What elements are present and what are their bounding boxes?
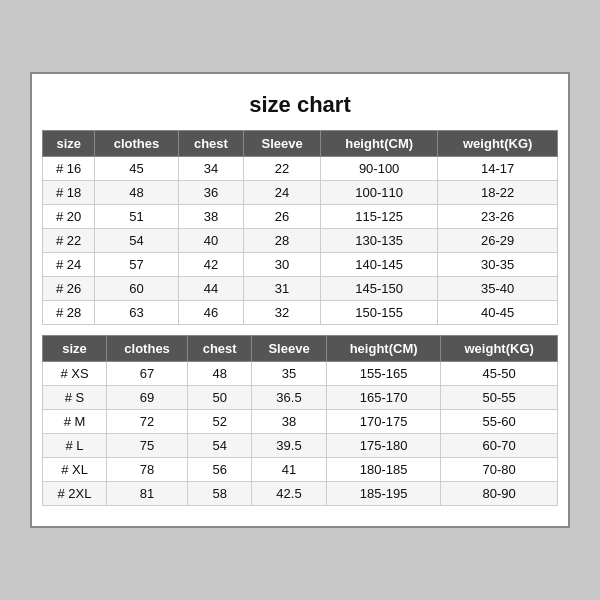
table-cell: 150-155 [320, 301, 437, 325]
table-cell: 165-170 [326, 386, 440, 410]
table1-col-height: height(CM) [320, 131, 437, 157]
table-cell: 56 [188, 458, 252, 482]
table-cell: # 22 [43, 229, 95, 253]
table-cell: # 2XL [43, 482, 107, 506]
table-cell: 80-90 [441, 482, 558, 506]
table1-header-row: size clothes chest Sleeve height(CM) wei… [43, 131, 558, 157]
chart-title: size chart [42, 84, 558, 130]
table-cell: 57 [95, 253, 178, 277]
table-cell: 54 [95, 229, 178, 253]
table-row: # L755439.5175-18060-70 [43, 434, 558, 458]
table-cell: # M [43, 410, 107, 434]
table-cell: 48 [95, 181, 178, 205]
table2-body: # XS674835155-16545-50# S695036.5165-170… [43, 362, 558, 506]
table2-col-size: size [43, 336, 107, 362]
table-cell: 175-180 [326, 434, 440, 458]
table-row: # 20513826115-12523-26 [43, 205, 558, 229]
table-cell: 22 [244, 157, 321, 181]
table-row: # 28634632150-15540-45 [43, 301, 558, 325]
table-cell: 58 [188, 482, 252, 506]
table-row: # XL785641180-18570-80 [43, 458, 558, 482]
table-cell: # 28 [43, 301, 95, 325]
table2-col-height: height(CM) [326, 336, 440, 362]
table2-header-row: size clothes chest Sleeve height(CM) wei… [43, 336, 558, 362]
table-row: # 2XL815842.5185-19580-90 [43, 482, 558, 506]
table-cell: 170-175 [326, 410, 440, 434]
table1-col-clothes: clothes [95, 131, 178, 157]
chart-container: size chart size clothes chest Sleeve hei… [30, 72, 570, 528]
table-cell: # XL [43, 458, 107, 482]
table-cell: 81 [107, 482, 188, 506]
table-cell: 46 [178, 301, 244, 325]
table-cell: 70-80 [441, 458, 558, 482]
table-cell: 26-29 [438, 229, 558, 253]
table-cell: 40 [178, 229, 244, 253]
table-cell: 48 [188, 362, 252, 386]
table-cell: 35-40 [438, 277, 558, 301]
table1-col-weight: weight(KG) [438, 131, 558, 157]
table-row: # XS674835155-16545-50 [43, 362, 558, 386]
table-cell: 38 [178, 205, 244, 229]
table-cell: # 24 [43, 253, 95, 277]
table-cell: # 20 [43, 205, 95, 229]
table-row: # 24574230140-14530-35 [43, 253, 558, 277]
table-cell: 39.5 [252, 434, 327, 458]
table-cell: 145-150 [320, 277, 437, 301]
table-row: # 22544028130-13526-29 [43, 229, 558, 253]
table-cell: 41 [252, 458, 327, 482]
table-cell: 90-100 [320, 157, 437, 181]
table-row: # S695036.5165-17050-55 [43, 386, 558, 410]
table-cell: 36.5 [252, 386, 327, 410]
table-cell: 24 [244, 181, 321, 205]
table-cell: 42 [178, 253, 244, 277]
table-cell: 63 [95, 301, 178, 325]
table-cell: 78 [107, 458, 188, 482]
table-cell: 55-60 [441, 410, 558, 434]
table-cell: 23-26 [438, 205, 558, 229]
table-cell: 72 [107, 410, 188, 434]
table-cell: # XS [43, 362, 107, 386]
table-cell: 50 [188, 386, 252, 410]
table-cell: 35 [252, 362, 327, 386]
table-cell: 32 [244, 301, 321, 325]
table-row: # 1645342290-10014-17 [43, 157, 558, 181]
table-cell: 60 [95, 277, 178, 301]
table-cell: 26 [244, 205, 321, 229]
table-cell: 45 [95, 157, 178, 181]
table-cell: 14-17 [438, 157, 558, 181]
table-cell: 30 [244, 253, 321, 277]
table-cell: 44 [178, 277, 244, 301]
table-cell: 28 [244, 229, 321, 253]
table-row: # 26604431145-15035-40 [43, 277, 558, 301]
table-cell: 180-185 [326, 458, 440, 482]
table-cell: 130-135 [320, 229, 437, 253]
table-cell: 52 [188, 410, 252, 434]
table2-col-clothes: clothes [107, 336, 188, 362]
table2-col-weight: weight(KG) [441, 336, 558, 362]
table-cell: 67 [107, 362, 188, 386]
table-cell: 69 [107, 386, 188, 410]
table-cell: # 18 [43, 181, 95, 205]
table-cell: 36 [178, 181, 244, 205]
table-cell: 54 [188, 434, 252, 458]
table-cell: 30-35 [438, 253, 558, 277]
table1-col-size: size [43, 131, 95, 157]
table-cell: 38 [252, 410, 327, 434]
table-cell: # 26 [43, 277, 95, 301]
table-cell: 45-50 [441, 362, 558, 386]
table-cell: 100-110 [320, 181, 437, 205]
table-row: # 18483624100-11018-22 [43, 181, 558, 205]
table-cell: 155-165 [326, 362, 440, 386]
table2-col-sleeve: Sleeve [252, 336, 327, 362]
table-cell: 40-45 [438, 301, 558, 325]
table-cell: 18-22 [438, 181, 558, 205]
size-table-1: size clothes chest Sleeve height(CM) wei… [42, 130, 558, 325]
table-cell: 140-145 [320, 253, 437, 277]
table-cell: # S [43, 386, 107, 410]
table-cell: 42.5 [252, 482, 327, 506]
table-cell: 51 [95, 205, 178, 229]
table-cell: 75 [107, 434, 188, 458]
table1-col-sleeve: Sleeve [244, 131, 321, 157]
table-cell: 34 [178, 157, 244, 181]
table1-body: # 1645342290-10014-17# 18483624100-11018… [43, 157, 558, 325]
